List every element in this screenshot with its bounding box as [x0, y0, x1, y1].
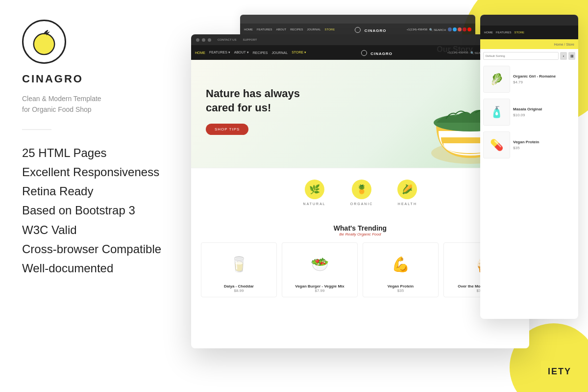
categories-section: 🌿 NATURAL 🍍 ORGANIC 🌽 HEALTH: [191, 168, 529, 217]
sidebar-product-name: Organic Girl - Romaine: [513, 74, 575, 79]
hero-headline-line2: cared for us!: [206, 101, 300, 115]
product-card[interactable]: 🥗 Vegan Burger - Veggie Mix $7.99: [282, 242, 358, 297]
sidebar-nav-items: HOME FEATURES STORE: [484, 31, 524, 34]
category-item: 🍍 ORGANIC: [350, 180, 373, 206]
social-tw: [453, 27, 457, 31]
feature-item: 25 HTML Pages: [22, 144, 164, 162]
product-image: 🥗: [303, 247, 337, 281]
feature-item: Well-documented: [22, 259, 164, 277]
lemon-icon: [30, 27, 58, 56]
brand-name: CINAGRO: [22, 73, 164, 85]
browser-sidebar: HOME FEATURES STORE Home / Store ‹ ⊞ 🥬: [480, 15, 578, 319]
sidebar-sort: ‹ ⊞: [480, 49, 578, 63]
preview-nav-home: HOME: [244, 28, 253, 31]
nav-brand-text: CINAGRO: [370, 52, 392, 56]
category-item: 🌿 NATURAL: [303, 180, 326, 206]
nav-recipes[interactable]: RECIPES: [253, 51, 268, 54]
svg-point-1: [37, 37, 50, 51]
category-icon: 🌽: [397, 180, 417, 199]
sidebar-product[interactable]: 🧴 Masala Original $10.09: [483, 99, 575, 126]
sidebar-product-image: 🥬: [483, 66, 510, 93]
breadcrumb-bar: Home / Store: [480, 39, 578, 49]
sidebar-product[interactable]: 💊 Vegan Protein $35: [483, 131, 575, 158]
sidebar-product-image: 🧴: [483, 99, 510, 126]
product-name: Vegan Burger - Veggie Mix: [286, 284, 353, 288]
preview-nav-journal: JOURNAL: [307, 28, 321, 31]
support: SUPPORT: [243, 38, 257, 41]
browser-dot-2: [202, 38, 205, 42]
category-label: ORGANIC: [350, 202, 373, 206]
sort-btn-next[interactable]: ⊞: [568, 52, 575, 60]
feature-item: Cross-browser Compatible: [22, 240, 164, 258]
hero-cta-button[interactable]: SHOP TIPS: [206, 124, 248, 135]
category-icon: 🍍: [352, 180, 371, 199]
iety-badge: IETY: [541, 361, 578, 383]
nav-store[interactable]: STORE ▾: [292, 51, 306, 54]
social-yt: [467, 27, 471, 31]
logo-container: [22, 20, 164, 64]
left-panel: CINAGRO Clean & Modern Template for Orga…: [0, 0, 186, 392]
nav-home[interactable]: HOME: [195, 51, 205, 54]
sidebar-nav-home: HOME: [484, 31, 493, 34]
sort-btn-prev[interactable]: ‹: [560, 52, 567, 60]
preview-nav-features: FEATURES: [257, 28, 272, 31]
sidebar-product-info: Vegan Protein $35: [513, 140, 575, 150]
nav-logo: CINAGRO: [310, 48, 443, 57]
browser-dot-3: [208, 38, 211, 42]
product-image: 🥛: [222, 247, 256, 281]
product-price: $7.99: [286, 288, 353, 293]
sidebar-product-info: Masala Original $10.09: [513, 107, 575, 117]
sidebar-product-price: $35: [513, 146, 575, 150]
logo-circle: [22, 20, 66, 64]
feature-item: W3C Valid: [22, 221, 164, 239]
sidebar-top-bar: [480, 15, 578, 26]
social-fb: [448, 27, 452, 31]
sort-input[interactable]: [483, 52, 559, 60]
preview-search: 🔍 SEARCH: [429, 28, 446, 31]
category-label: HEALTH: [397, 202, 417, 206]
product-image: 💪: [384, 247, 418, 281]
trending-title: What's Trending: [201, 224, 519, 232]
category-label: NATURAL: [303, 202, 326, 206]
category-icon: 🌿: [305, 180, 324, 199]
contact-us: CONTACT US: [218, 38, 236, 41]
sidebar-nav-bar: HOME FEATURES STORE: [480, 26, 578, 39]
sidebar-product-price: $10.09: [513, 113, 575, 117]
preview-nav: HOME FEATURES ABOUT RECIPES JOURNAL STOR…: [240, 24, 475, 35]
sidebar-products: 🥬 Organic Girl - Romaine $4.79 🧴 Masala …: [480, 63, 578, 161]
sort-bar: ‹ ⊞: [483, 52, 575, 60]
browser-top-bar: CONTACT US SUPPORT LOGIN REGISTER: [191, 34, 529, 45]
product-name: Daiya - Cheddar: [205, 284, 272, 288]
sidebar-product-name: Vegan Protein: [513, 140, 575, 145]
feature-item: Retina Ready: [22, 182, 164, 200]
browser-nav: HOME FEATURES ▾ ABOUT ▾ RECIPES JOURNAL …: [191, 45, 529, 60]
preview-social: [448, 27, 471, 31]
preview-top-bar: [240, 15, 475, 24]
tagline-line1: Clean & Modern Template: [22, 93, 164, 104]
divider: [22, 129, 51, 130]
product-name: Vegan Protein: [367, 284, 434, 288]
hero-headline: Nature has always cared for us!: [206, 87, 300, 115]
product-price: $35: [367, 288, 434, 293]
feature-item: Based on Bootstrap 3: [22, 201, 164, 219]
right-panel: HOME FEATURES ABOUT RECIPES JOURNAL STOR…: [191, 15, 578, 383]
product-price: $8.99: [205, 288, 272, 293]
sidebar-nav-store: STORE: [514, 31, 525, 34]
sidebar-product[interactable]: 🥬 Organic Girl - Romaine $4.79: [483, 66, 575, 93]
nav-about[interactable]: ABOUT ▾: [234, 51, 249, 54]
preview-nav-recipes: RECIPES: [290, 28, 303, 31]
hero-section: Nature has always cared for us! SHOP TIP…: [191, 60, 529, 168]
mockup-wrapper: HOME FEATURES ABOUT RECIPES JOURNAL STOR…: [191, 15, 578, 383]
product-card[interactable]: 💪 Vegan Protein $35: [363, 242, 439, 297]
preview-logo: CINAGRO: [339, 25, 402, 34]
our-story-heading: Our Story: [437, 45, 473, 54]
nav-lemon-icon: [361, 50, 367, 56]
nav-features[interactable]: FEATURES ▾: [209, 51, 230, 54]
nav-journal[interactable]: JOURNAL: [271, 51, 288, 54]
hero-headline-line1: Nature has always: [206, 87, 300, 101]
product-card[interactable]: 🥛 Daiya - Cheddar $8.99: [201, 242, 277, 297]
trending-section: What's Trending Be Really Organic Food 🥛…: [191, 217, 529, 305]
hero-text-block: Nature has always cared for us! SHOP TIP…: [206, 87, 300, 135]
preview-nav-store: STORE: [325, 28, 335, 31]
social-pt: [463, 27, 466, 31]
